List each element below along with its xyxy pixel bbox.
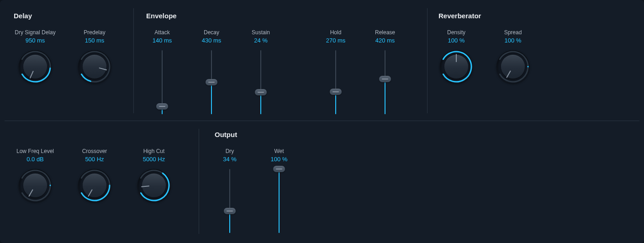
value-predelay: 150 ms bbox=[69, 37, 120, 44]
label-dry-signal-delay: Dry Signal Delay bbox=[10, 29, 60, 36]
value-hold: 270 ms bbox=[311, 37, 361, 44]
divider-eq-output bbox=[199, 129, 199, 234]
knob-high-cut[interactable] bbox=[137, 169, 170, 202]
slider-wet[interactable] bbox=[273, 169, 285, 233]
value-release: 420 ms bbox=[360, 37, 410, 44]
knob-density[interactable] bbox=[440, 50, 473, 83]
knob-low-freq-level[interactable] bbox=[19, 169, 52, 202]
control-hold: Hold 270 ms bbox=[311, 29, 361, 114]
label-sustain: Sustain bbox=[236, 29, 286, 36]
value-dry: 34 % bbox=[205, 156, 255, 163]
value-decay: 430 ms bbox=[186, 37, 237, 44]
slider-hold[interactable] bbox=[329, 50, 342, 114]
knob-dry-signal-delay[interactable] bbox=[19, 50, 52, 83]
control-high-cut: High Cut 5000 Hz bbox=[129, 148, 179, 202]
label-release: Release bbox=[360, 29, 410, 36]
knob-crossover[interactable] bbox=[78, 169, 111, 202]
control-dry-signal-delay: Dry Signal Delay 950 ms bbox=[10, 29, 60, 83]
label-dry: Dry bbox=[205, 148, 255, 154]
control-attack: Attack 140 ms bbox=[137, 29, 187, 114]
slider-attack[interactable] bbox=[156, 50, 169, 114]
section-title-envelope: Envelope bbox=[146, 12, 177, 20]
label-wet: Wet bbox=[254, 148, 304, 154]
control-decay: Decay 430 ms bbox=[186, 29, 237, 114]
control-wet: Wet 100 % bbox=[254, 148, 304, 233]
control-spread: Spread 100 % bbox=[488, 29, 538, 83]
control-low-freq-level: Low Freq Level 0.0 dB bbox=[10, 148, 60, 202]
slider-dry[interactable] bbox=[223, 169, 236, 233]
divider-envelope-reverb bbox=[427, 8, 428, 113]
fx-panel: Delay Envelope Reverberator Output Dry S… bbox=[0, 0, 644, 243]
value-sustain: 24 % bbox=[236, 37, 286, 44]
label-low-freq-level: Low Freq Level bbox=[10, 148, 60, 154]
section-title-delay: Delay bbox=[14, 12, 32, 20]
divider-delay-envelope bbox=[133, 8, 134, 113]
slider-sustain[interactable] bbox=[254, 50, 267, 114]
label-density: Density bbox=[431, 29, 481, 36]
value-attack: 140 ms bbox=[137, 37, 187, 44]
value-density: 100 % bbox=[431, 37, 481, 44]
knob-predelay[interactable] bbox=[78, 50, 111, 83]
label-hold: Hold bbox=[311, 29, 361, 36]
value-high-cut: 5000 Hz bbox=[129, 156, 179, 163]
value-wet: 100 % bbox=[254, 156, 304, 163]
control-sustain: Sustain 24 % bbox=[236, 29, 286, 114]
slider-release[interactable] bbox=[379, 50, 391, 114]
value-dry-signal-delay: 950 ms bbox=[10, 37, 60, 44]
control-dry: Dry 34 % bbox=[205, 148, 255, 233]
value-low-freq-level: 0.0 dB bbox=[10, 156, 60, 163]
label-decay: Decay bbox=[186, 29, 237, 36]
section-title-reverberator: Reverberator bbox=[438, 12, 481, 20]
value-spread: 100 % bbox=[488, 37, 538, 44]
label-high-cut: High Cut bbox=[129, 148, 179, 154]
control-crossover: Crossover 500 Hz bbox=[69, 148, 120, 202]
control-density: Density 100 % bbox=[431, 29, 481, 83]
slider-decay[interactable] bbox=[205, 50, 218, 114]
value-crossover: 500 Hz bbox=[69, 156, 120, 163]
label-crossover: Crossover bbox=[69, 148, 120, 154]
label-predelay: Predelay bbox=[69, 29, 120, 36]
control-release: Release 420 ms bbox=[360, 29, 410, 114]
knob-spread[interactable] bbox=[496, 50, 529, 83]
control-predelay: Predelay 150 ms bbox=[69, 29, 120, 83]
label-spread: Spread bbox=[488, 29, 538, 36]
row-divider bbox=[5, 121, 639, 121]
label-attack: Attack bbox=[137, 29, 187, 36]
section-title-output: Output bbox=[215, 131, 237, 138]
